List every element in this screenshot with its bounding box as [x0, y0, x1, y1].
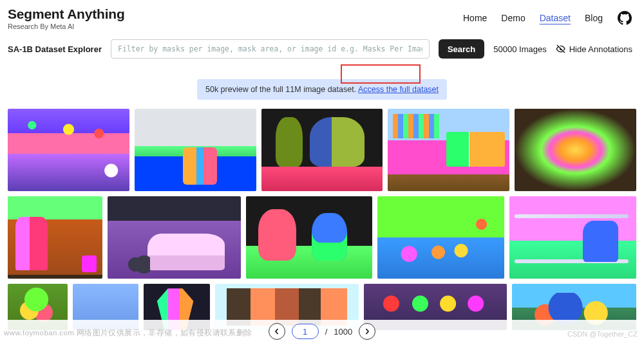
nav-demo[interactable]: Demo: [501, 13, 525, 23]
image-thumbnail[interactable]: [8, 109, 129, 191]
image-thumbnail[interactable]: [515, 109, 636, 191]
page-separator: /: [325, 327, 328, 337]
access-full-dataset-link[interactable]: Access the full dataset: [358, 85, 439, 94]
image-thumbnail[interactable]: [135, 109, 256, 191]
image-thumbnail[interactable]: [509, 196, 636, 279]
nav-home[interactable]: Home: [463, 13, 487, 23]
chevron-left-icon: [274, 328, 280, 335]
pagination: / 1000: [0, 320, 644, 343]
image-thumbnail[interactable]: [261, 109, 383, 191]
image-thumbnail[interactable]: [388, 109, 509, 191]
next-page-button[interactable]: [359, 323, 375, 340]
banner-text: 50k preview of the full 11M image datase…: [205, 85, 358, 94]
nav-blog[interactable]: Blog: [585, 13, 603, 23]
page-subtitle: Research By Meta AI: [8, 23, 125, 30]
page-title: Segment Anything: [8, 6, 125, 22]
hide-annotations-toggle[interactable]: Hide Annotations: [556, 44, 632, 54]
explorer-label: SA-1B Dataset Explorer: [8, 44, 102, 54]
github-icon[interactable]: [617, 10, 632, 26]
top-nav: Home Demo Dataset Blog: [463, 10, 632, 26]
preview-banner: 50k preview of the full 11M image datase…: [197, 79, 447, 100]
gallery-scroll[interactable]: 50k preview of the full 11M image datase…: [0, 64, 644, 333]
nav-dataset[interactable]: Dataset: [540, 13, 571, 23]
image-count: 50000 Images: [493, 44, 546, 54]
title-block: Segment Anything Research By Meta AI: [8, 6, 125, 30]
image-thumbnail[interactable]: [377, 196, 504, 279]
eye-off-icon: [556, 44, 566, 54]
image-thumbnail[interactable]: [108, 196, 241, 279]
page-input[interactable]: [292, 324, 319, 339]
page-total: 1000: [334, 327, 352, 337]
prev-page-button[interactable]: [269, 323, 285, 340]
hide-annotations-label: Hide Annotations: [569, 44, 632, 54]
search-button[interactable]: Search: [439, 39, 484, 59]
image-thumbnail[interactable]: [246, 196, 373, 279]
image-grid: [8, 109, 636, 330]
chevron-right-icon: [364, 328, 370, 335]
search-input[interactable]: [111, 39, 430, 59]
github-icon-svg: [618, 11, 632, 25]
image-thumbnail[interactable]: [8, 196, 102, 279]
